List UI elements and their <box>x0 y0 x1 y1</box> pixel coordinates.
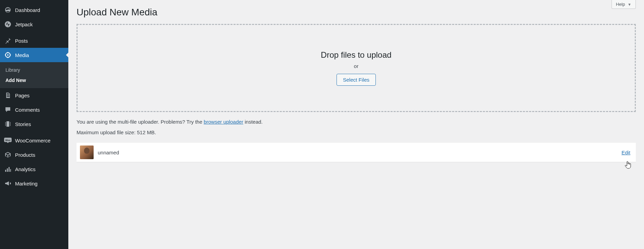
sidebar-item-label: Pages <box>15 93 30 98</box>
chevron-down-icon: ▼ <box>628 2 631 6</box>
sidebar-item-media[interactable]: Media <box>0 48 68 62</box>
sidebar-item-label: Marketing <box>15 181 38 186</box>
woocommerce-icon: Woo <box>4 137 12 144</box>
svg-rect-3 <box>6 121 9 127</box>
dashboard-icon <box>4 6 12 14</box>
submenu-item-add-new[interactable]: Add New <box>0 75 68 85</box>
svg-rect-5 <box>10 122 11 126</box>
admin-sidebar: Dashboard Jetpack Posts Media Library Ad… <box>0 0 68 249</box>
sidebar-item-label: Media <box>15 52 29 58</box>
svg-point-2 <box>7 54 9 56</box>
svg-rect-10 <box>9 167 10 172</box>
cursor-pointer-icon <box>625 161 631 169</box>
sidebar-item-products[interactable]: Products <box>0 148 68 162</box>
sidebar-item-label: WooCommerce <box>15 138 51 143</box>
sidebar-item-label: Posts <box>15 38 28 44</box>
sidebar-item-label: Comments <box>15 107 40 113</box>
sidebar-item-pages[interactable]: Pages <box>0 88 68 102</box>
uploader-helper-text: You are using the multi-file uploader. P… <box>77 119 636 125</box>
svg-text:Woo: Woo <box>5 139 10 141</box>
svg-rect-4 <box>5 122 6 126</box>
media-thumbnail <box>80 146 94 159</box>
media-submenu: Library Add New <box>0 62 68 88</box>
stories-icon <box>4 120 12 128</box>
uploaded-media-row: unnamed Edit <box>77 143 636 162</box>
select-files-button[interactable]: Select Files <box>337 74 376 86</box>
sidebar-item-jetpack[interactable]: Jetpack <box>0 17 68 31</box>
sidebar-item-posts[interactable]: Posts <box>0 33 68 48</box>
megaphone-icon <box>4 180 12 187</box>
main-content: Help ▼ Upload New Media Drop files to up… <box>68 0 644 249</box>
media-icon <box>4 51 12 59</box>
pages-icon <box>4 92 12 99</box>
jetpack-icon <box>4 20 12 28</box>
sidebar-item-dashboard[interactable]: Dashboard <box>0 3 68 17</box>
sidebar-item-label: Stories <box>15 121 31 127</box>
submenu-item-library[interactable]: Library <box>0 65 68 75</box>
sidebar-item-analytics[interactable]: Analytics <box>0 162 68 176</box>
sidebar-item-label: Jetpack <box>15 22 33 27</box>
max-upload-text: Maximum upload file size: 512 MB. <box>77 129 636 135</box>
upload-drop-zone[interactable]: Drop files to upload or Select Files <box>77 24 636 112</box>
sidebar-item-stories[interactable]: Stories <box>0 117 68 131</box>
edit-link[interactable]: Edit <box>621 150 630 155</box>
helper-prefix: You are using the multi-file uploader. P… <box>77 119 204 125</box>
svg-rect-8 <box>5 170 6 172</box>
sidebar-item-label: Analytics <box>15 166 36 172</box>
sidebar-item-marketing[interactable]: Marketing <box>0 176 68 191</box>
media-filename: unnamed <box>98 150 621 155</box>
analytics-icon <box>4 165 12 173</box>
help-tab[interactable]: Help ▼ <box>612 0 636 9</box>
drop-title: Drop files to upload <box>321 50 392 60</box>
comments-icon <box>4 106 12 113</box>
sidebar-item-label: Products <box>15 152 35 158</box>
products-icon <box>4 151 12 158</box>
browser-uploader-link[interactable]: browser uploader <box>204 119 243 125</box>
help-label: Help <box>616 2 625 7</box>
sidebar-item-woocommerce[interactable]: Woo WooCommerce <box>0 133 68 148</box>
sidebar-item-label: Dashboard <box>15 7 40 13</box>
helper-suffix: instead. <box>243 119 263 125</box>
drop-or-text: or <box>354 63 358 69</box>
sidebar-item-comments[interactable]: Comments <box>0 102 68 117</box>
pin-icon <box>4 37 12 44</box>
page-title: Upload New Media <box>77 0 636 24</box>
svg-rect-11 <box>10 169 11 172</box>
svg-rect-9 <box>7 168 8 172</box>
svg-point-0 <box>5 21 11 27</box>
